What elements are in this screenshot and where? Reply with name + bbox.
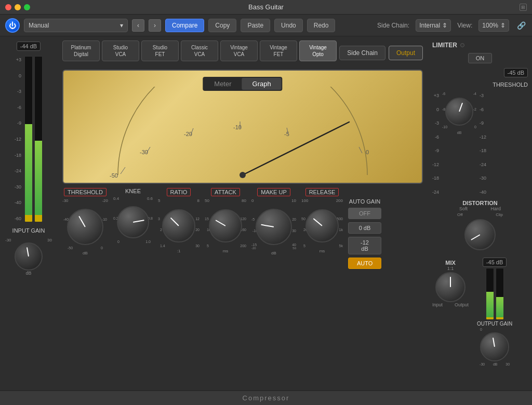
copy-button[interactable]: Copy	[208, 19, 236, 32]
svg-line-12	[243, 122, 349, 175]
tab-platinum-digital[interactable]: PlatinumDigital	[62, 40, 100, 61]
ratio-group: RATIO 58 3 12 2 20 1.4 30	[158, 188, 200, 253]
makeup-label: MAKE UP	[257, 188, 290, 196]
makeup-knob[interactable]	[256, 209, 292, 245]
right-vu-scale: +3 0 -3 -6 -9 -12 -18 -24	[432, 92, 439, 196]
svg-line-6	[121, 167, 125, 174]
auto-gain-0db-btn[interactable]: 0 dB	[348, 222, 381, 234]
svg-text:-30: -30	[140, 149, 148, 155]
side-chain-label: Side Chain:	[377, 22, 409, 29]
side-chain-select[interactable]: Internal ⇕	[416, 19, 451, 32]
ratio-knob[interactable]	[162, 209, 195, 242]
undo-button[interactable]: Undo	[274, 19, 303, 32]
limiter-indicator	[460, 43, 464, 47]
threshold-right-knob[interactable]	[445, 98, 473, 126]
mix-ratio: 1:1	[447, 266, 454, 271]
release-knob[interactable]	[305, 209, 339, 242]
distortion-clip: Clip	[496, 212, 503, 217]
input-meter-left	[24, 56, 33, 222]
compare-button[interactable]: Compare	[165, 19, 204, 32]
input-meter-bars	[24, 56, 43, 222]
arc-meter-svg: -50 -30 -20 -10 -5 0	[92, 87, 393, 183]
knee-group: KNEE 0.40.6 0.2 0.8 0 1.0	[113, 188, 153, 244]
ratio-label: RATIO	[167, 188, 191, 196]
output-gain-knob[interactable]	[480, 332, 509, 361]
window-expand-icon[interactable]: ⊞	[520, 4, 527, 11]
input-gain-unit: dB	[25, 271, 31, 276]
ratio-unit: :1	[177, 249, 181, 253]
auto-gain-auto-btn[interactable]: AUTO	[348, 258, 381, 269]
tab-vintage-vca[interactable]: VintageVCA	[220, 40, 258, 61]
attack-unit: ms	[223, 249, 229, 253]
output-gain-section: -45 dB OUTPUT GAIN 0	[477, 258, 512, 366]
distortion-off: Off	[457, 212, 463, 217]
output-gain-label: OUTPUT GAIN	[477, 321, 512, 327]
threshold-right-label: THRESHOLD	[432, 82, 528, 88]
title-bar: Bass Guitar ⊞	[0, 0, 532, 15]
right-vu-scale2: -3 -6 -9 -12 -18 -24 -30 -40	[480, 92, 486, 196]
mix-knob[interactable]	[435, 272, 466, 302]
threshold-knob[interactable]	[67, 209, 103, 245]
output-gain-value: -45 dB	[504, 68, 528, 77]
paste-button[interactable]: Paste	[241, 19, 270, 32]
controls-area: THRESHOLD -30-20 -40 -10 -50 0	[62, 188, 423, 269]
attack-group: ATTACK 5080 15 120 10 160 5 200	[205, 188, 246, 253]
distortion-soft: Soft	[459, 206, 468, 211]
input-gain-knob[interactable]	[15, 242, 43, 271]
back-button[interactable]: ‹	[132, 19, 144, 32]
knee-knob[interactable]	[117, 206, 149, 238]
view-select[interactable]: 100% ⇕	[478, 19, 509, 32]
distortion-knob[interactable]	[464, 219, 496, 250]
attack-label: ATTACK	[211, 188, 240, 196]
makeup-group: MAKE UP 010 -5 20 -10 30 -15 40 50 -20	[251, 188, 296, 255]
input-meter-right	[34, 56, 43, 222]
input-vu-scale: +3 0 -3 -6 -9 -12 -18 -24 -30 -40 -60	[15, 56, 21, 222]
output-meter-left	[486, 268, 494, 320]
distortion-label: DISTORTION	[462, 200, 498, 206]
tab-vintage-fet[interactable]: VintageFET	[260, 40, 297, 61]
output-btn[interactable]: Output	[389, 46, 423, 60]
auto-gain-m12db-btn[interactable]: -12 dB	[348, 237, 381, 254]
mix-label: MIX	[445, 260, 456, 266]
svg-text:-10: -10	[233, 124, 242, 130]
forward-button[interactable]: ›	[149, 19, 161, 32]
limiter-label: LIMITER	[432, 42, 457, 49]
tab-vintage-opto[interactable]: VintageOpto	[299, 40, 337, 61]
release-label: RELEASE	[305, 188, 339, 196]
release-unit: ms	[320, 249, 325, 253]
vu-display: Meter Graph -50 -30 -20 -10 -5 0	[62, 70, 423, 184]
maximize-button[interactable]	[24, 4, 30, 10]
makeup-unit: dB	[271, 251, 276, 255]
close-button[interactable]	[5, 4, 11, 10]
tab-studio-vca[interactable]: StudioVCA	[102, 40, 139, 61]
auto-gain-off-btn[interactable]: OFF	[348, 208, 381, 219]
link-icon[interactable]: 🔗	[515, 20, 527, 31]
bottom-title: Compressor	[243, 394, 290, 402]
input-gain-label: INPUT GAIN	[12, 227, 45, 234]
power-button[interactable]: ⏻	[5, 18, 20, 33]
traffic-lights	[5, 4, 30, 10]
output-label-top: -45 dB	[483, 258, 507, 267]
threshold-group: THRESHOLD -30-20 -40 -10 -50 0	[62, 188, 108, 255]
limiter-on-button[interactable]: ON	[468, 53, 493, 63]
output-meter-right	[496, 268, 504, 320]
side-chain-btn[interactable]: Side Chain	[339, 46, 385, 60]
top-bar-right: Side Chain: Internal ⇕ View: 100% ⇕ 🔗	[377, 19, 527, 32]
window-title: Bass Guitar	[248, 3, 284, 11]
svg-text:0: 0	[366, 149, 369, 155]
threshold-unit: dB	[83, 251, 88, 255]
threshold-knob-container: -40 -10 -50 0	[62, 204, 108, 250]
threshold-label: THRESHOLD	[64, 188, 107, 196]
minimize-button[interactable]	[15, 4, 21, 10]
redo-button[interactable]: Redo	[307, 19, 336, 32]
preset-select[interactable]: Manual ▾	[24, 19, 128, 32]
attack-knob[interactable]	[209, 209, 242, 242]
tab-classic-vca[interactable]: ClassicVCA	[181, 40, 218, 61]
svg-point-13	[240, 172, 246, 178]
tab-studio-fet[interactable]: StudioFET	[141, 40, 179, 61]
input-gain-panel: -44 dB +3 0 -3 -6 -9 -12 -18 -24 -30 -40…	[0, 36, 57, 390]
release-group: RELEASE 100200 50 500 20 1k 5 5k	[301, 188, 343, 253]
mix-output: Output	[455, 302, 469, 307]
distortion-hard: Hard	[490, 206, 501, 211]
input-gain-value: -44 dB	[17, 42, 41, 51]
